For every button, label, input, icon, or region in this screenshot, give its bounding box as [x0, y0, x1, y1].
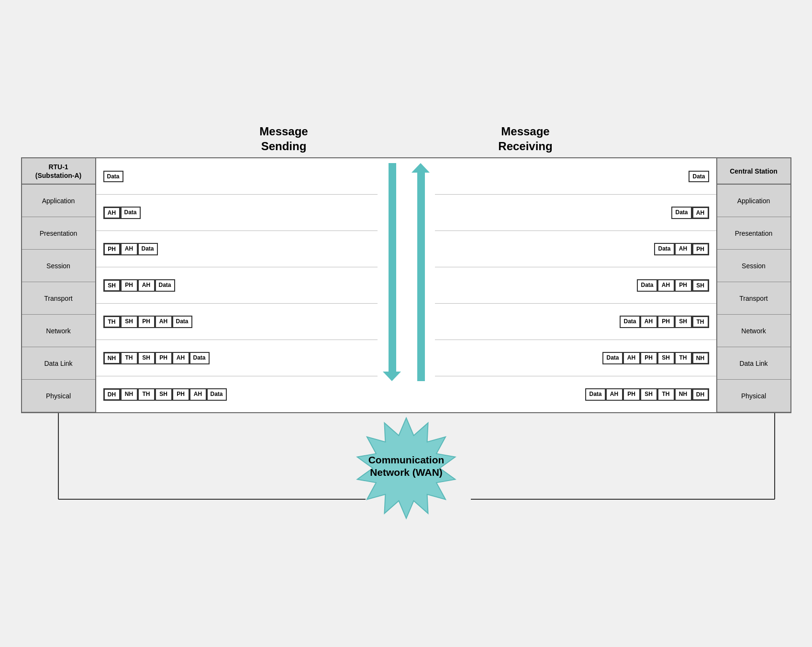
- center-div: DataAHDataPHAHDataSHPHAHDataTHSHPHAHData…: [96, 158, 716, 412]
- send-layer-presentation: AHData: [96, 195, 378, 231]
- recv-layer-presentation: DataAH: [435, 195, 716, 231]
- recv-pkt-0-0: Data: [689, 171, 709, 182]
- send-pkt-5-1: TH: [121, 352, 138, 364]
- svg-text:Communication: Communication: [368, 454, 444, 465]
- send-packets-2: PHAHData: [103, 243, 158, 255]
- recv-pkt-5-2: PH: [640, 352, 657, 364]
- left-layer-application: Application: [22, 185, 95, 217]
- recv-pkt-4-2: PH: [657, 316, 675, 328]
- title-area: MessageSendingMessageReceiving: [21, 124, 791, 154]
- recv-packets-6: DataAHPHSHTHNHDH: [585, 388, 709, 401]
- send-packets-5: NHTHSHPHAHData: [103, 352, 210, 364]
- right-sidebar: Central StationApplicationPresentationSe…: [716, 158, 790, 412]
- recv-pkt-6-0: Data: [585, 388, 605, 401]
- recv-pkt-4-4: TH: [692, 316, 709, 328]
- recv-pkt-3-2: PH: [675, 279, 692, 292]
- up-arrow-svg: [409, 163, 433, 381]
- right-layer-transport: Transport: [717, 282, 790, 315]
- send-layer-transport: SHPHAHData: [96, 267, 378, 304]
- send-packets-4: THSHPHAHData: [103, 316, 192, 328]
- svg-marker-4: [412, 163, 430, 173]
- recv-pkt-1-0: Data: [671, 207, 691, 219]
- recv-packets-1: DataAH: [671, 207, 709, 219]
- recv-layer-data-link: DataAHPHSHTHNH: [435, 340, 716, 376]
- send-pkt-5-2: SH: [138, 352, 155, 364]
- left-layer-transport: Transport: [22, 282, 95, 315]
- recv-layer-application: Data: [435, 158, 716, 195]
- send-pkt-6-0: DH: [103, 388, 121, 401]
- send-pkt-2-1: AH: [121, 243, 138, 255]
- sending-column: DataAHDataPHAHDataSHPHAHDataTHSHPHAHData…: [96, 158, 378, 412]
- right-layer-session: Session: [717, 250, 790, 282]
- send-pkt-4-3: AH: [155, 316, 172, 328]
- recv-pkt-4-1: AH: [640, 316, 657, 328]
- message-receiving-title: MessageReceiving: [498, 124, 552, 154]
- send-pkt-1-0: AH: [103, 207, 121, 219]
- recv-pkt-3-3: SH: [692, 279, 709, 292]
- recv-layer-transport: DataAHPHSH: [435, 267, 716, 304]
- right-layer-presentation: Presentation: [717, 217, 790, 250]
- send-layer-data-link: NHTHSHPHAHData: [96, 340, 378, 376]
- send-pkt-6-2: TH: [138, 388, 155, 401]
- recv-packets-5: DataAHPHSHTHNH: [602, 352, 709, 364]
- recv-pkt-6-3: SH: [640, 388, 657, 401]
- recv-pkt-1-1: AH: [692, 207, 709, 219]
- main-container: MessageSendingMessageReceivingRTU-1(Subs…: [11, 114, 801, 533]
- send-pkt-5-5: Data: [189, 352, 210, 364]
- message-sending-title: MessageSending: [259, 124, 308, 154]
- left-sidebar-title: RTU-1(Substation-A): [22, 158, 95, 185]
- recv-layer-physical: DataAHPHSHTHNHDH: [435, 376, 716, 412]
- send-pkt-4-4: Data: [172, 316, 192, 328]
- recv-pkt-6-6: DH: [692, 388, 709, 401]
- recv-pkt-5-0: Data: [602, 352, 623, 364]
- send-pkt-6-3: SH: [155, 388, 172, 401]
- send-layer-application: Data: [96, 158, 378, 195]
- left-layer-presentation: Presentation: [22, 217, 95, 250]
- recv-pkt-6-1: AH: [606, 388, 623, 401]
- send-pkt-4-2: PH: [138, 316, 155, 328]
- recv-layer-session: DataAHPH: [435, 231, 716, 267]
- recv-packets-0: Data: [689, 171, 709, 182]
- receiving-column: DataDataAHDataAHPHDataAHPHSHDataAHPHSHTH…: [435, 158, 716, 412]
- right-sidebar-title: Central Station: [717, 158, 790, 185]
- recv-pkt-6-2: PH: [623, 388, 640, 401]
- send-pkt-2-2: Data: [138, 243, 158, 255]
- down-arrow-svg: [380, 163, 404, 381]
- starburst-svg: CommunicationNetwork (WAN): [315, 416, 497, 521]
- send-pkt-6-4: PH: [172, 388, 189, 401]
- send-pkt-6-6: Data: [207, 388, 227, 401]
- recv-pkt-5-4: TH: [675, 352, 692, 364]
- send-pkt-3-3: Data: [155, 279, 175, 292]
- recv-layer-network: DataAHPHSHTH: [435, 304, 716, 340]
- send-pkt-3-1: PH: [121, 279, 138, 292]
- recv-pkt-5-5: NH: [692, 352, 709, 364]
- send-packets-6: DHNHTHSHPHAHData: [103, 388, 227, 401]
- comm-area: CommunicationNetwork (WAN): [21, 413, 791, 523]
- send-packets-1: AHData: [103, 207, 141, 219]
- send-packets-3: SHPHAHData: [103, 279, 175, 292]
- send-pkt-5-4: AH: [172, 352, 189, 364]
- right-layer-data-link: Data Link: [717, 347, 790, 380]
- svg-rect-3: [417, 173, 425, 381]
- send-layer-physical: DHNHTHSHPHAHData: [96, 376, 378, 412]
- recv-pkt-5-3: SH: [657, 352, 675, 364]
- recv-pkt-6-4: TH: [657, 388, 675, 401]
- recv-pkt-2-0: Data: [654, 243, 674, 255]
- recv-pkt-3-0: Data: [637, 279, 657, 292]
- right-layer-network: Network: [717, 315, 790, 347]
- recv-pkt-2-1: AH: [675, 243, 692, 255]
- recv-pkt-3-1: AH: [657, 279, 675, 292]
- recv-packets-2: DataAHPH: [654, 243, 709, 255]
- send-pkt-6-1: NH: [121, 388, 138, 401]
- recv-packets-4: DataAHPHSHTH: [620, 316, 709, 328]
- right-layer-application: Application: [717, 185, 790, 217]
- diagram-box: RTU-1(Substation-A)ApplicationPresentati…: [21, 157, 791, 413]
- send-pkt-0-0: Data: [103, 171, 123, 182]
- recv-pkt-4-0: Data: [620, 316, 640, 328]
- recv-pkt-4-3: SH: [675, 316, 692, 328]
- send-pkt-4-0: TH: [103, 316, 121, 328]
- send-pkt-5-0: NH: [103, 352, 121, 364]
- svg-rect-1: [389, 163, 396, 372]
- left-layer-network: Network: [22, 315, 95, 347]
- left-layer-session: Session: [22, 250, 95, 282]
